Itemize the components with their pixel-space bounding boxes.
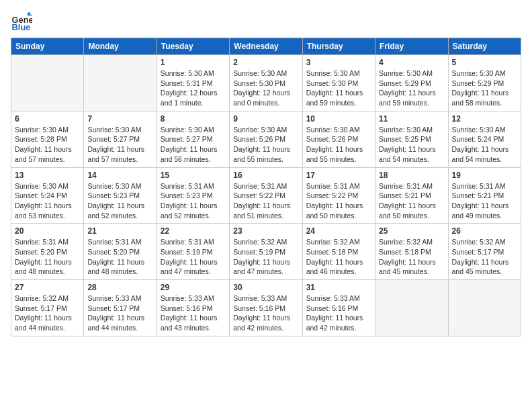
day-info: Sunrise: 5:31 AMSunset: 5:20 PMDaylight:… <box>87 237 152 277</box>
day-info: Sunrise: 5:30 AMSunset: 5:30 PMDaylight:… <box>233 68 298 108</box>
weekday-header-friday: Friday <box>375 38 448 55</box>
calendar-cell: 1Sunrise: 5:30 AMSunset: 5:31 PMDaylight… <box>157 55 229 111</box>
logo: General Blue <box>11 11 35 32</box>
day-info: Sunrise: 5:32 AMSunset: 5:19 PMDaylight:… <box>233 237 298 277</box>
weekday-header-sunday: Sunday <box>11 38 84 55</box>
weekday-header-thursday: Thursday <box>302 38 375 55</box>
day-info: Sunrise: 5:33 AMSunset: 5:16 PMDaylight:… <box>233 293 298 333</box>
calendar-cell: 19Sunrise: 5:31 AMSunset: 5:21 PMDayligh… <box>448 167 521 224</box>
weekday-header-saturday: Saturday <box>448 38 521 55</box>
day-info: Sunrise: 5:30 AMSunset: 5:27 PMDaylight:… <box>161 125 226 165</box>
calendar-week-row: 1Sunrise: 5:30 AMSunset: 5:31 PMDaylight… <box>11 55 521 111</box>
weekday-header-row: SundayMondayTuesdayWednesdayThursdayFrid… <box>11 38 521 55</box>
day-info: Sunrise: 5:33 AMSunset: 5:17 PMDaylight:… <box>87 293 152 333</box>
day-info: Sunrise: 5:30 AMSunset: 5:28 PMDaylight:… <box>15 125 80 165</box>
day-number: 5 <box>452 58 517 67</box>
calendar-cell: 11Sunrise: 5:30 AMSunset: 5:25 PMDayligh… <box>375 111 448 167</box>
day-info: Sunrise: 5:32 AMSunset: 5:18 PMDaylight:… <box>306 237 371 277</box>
calendar-cell: 28Sunrise: 5:33 AMSunset: 5:17 PMDayligh… <box>84 280 157 336</box>
day-number: 18 <box>379 171 444 180</box>
day-number: 28 <box>87 283 152 292</box>
calendar-cell: 14Sunrise: 5:30 AMSunset: 5:23 PMDayligh… <box>84 167 157 224</box>
day-info: Sunrise: 5:30 AMSunset: 5:31 PMDaylight:… <box>161 68 226 108</box>
day-number: 9 <box>233 114 298 124</box>
day-number: 12 <box>452 114 517 124</box>
calendar-cell: 24Sunrise: 5:32 AMSunset: 5:18 PMDayligh… <box>302 224 375 280</box>
calendar-cell: 23Sunrise: 5:32 AMSunset: 5:19 PMDayligh… <box>230 224 302 280</box>
day-info: Sunrise: 5:30 AMSunset: 5:30 PMDaylight:… <box>306 68 371 108</box>
calendar-cell <box>84 55 157 111</box>
day-number: 27 <box>15 283 80 292</box>
calendar-cell <box>11 55 84 111</box>
calendar-cell: 25Sunrise: 5:32 AMSunset: 5:18 PMDayligh… <box>375 224 448 280</box>
day-info: Sunrise: 5:30 AMSunset: 5:26 PMDaylight:… <box>233 125 298 165</box>
day-number: 26 <box>452 226 517 236</box>
calendar-cell: 2Sunrise: 5:30 AMSunset: 5:30 PMDaylight… <box>230 55 302 111</box>
page-header: General Blue <box>11 11 521 32</box>
day-info: Sunrise: 5:32 AMSunset: 5:17 PMDaylight:… <box>452 237 517 277</box>
day-info: Sunrise: 5:30 AMSunset: 5:29 PMDaylight:… <box>379 68 444 108</box>
day-number: 16 <box>233 171 298 180</box>
calendar-cell: 31Sunrise: 5:33 AMSunset: 5:16 PMDayligh… <box>302 280 375 336</box>
calendar-cell: 6Sunrise: 5:30 AMSunset: 5:28 PMDaylight… <box>11 111 84 167</box>
day-number: 22 <box>161 226 226 236</box>
day-info: Sunrise: 5:30 AMSunset: 5:26 PMDaylight:… <box>306 125 371 165</box>
day-number: 21 <box>87 226 152 236</box>
day-number: 31 <box>306 283 371 292</box>
day-info: Sunrise: 5:30 AMSunset: 5:23 PMDaylight:… <box>87 181 152 221</box>
day-info: Sunrise: 5:30 AMSunset: 5:29 PMDaylight:… <box>452 68 517 108</box>
calendar-cell: 15Sunrise: 5:31 AMSunset: 5:23 PMDayligh… <box>157 167 229 224</box>
day-info: Sunrise: 5:33 AMSunset: 5:16 PMDaylight:… <box>306 293 371 333</box>
day-info: Sunrise: 5:31 AMSunset: 5:22 PMDaylight:… <box>233 181 298 221</box>
day-number: 19 <box>452 171 517 180</box>
calendar-cell: 21Sunrise: 5:31 AMSunset: 5:20 PMDayligh… <box>84 224 157 280</box>
calendar-week-row: 20Sunrise: 5:31 AMSunset: 5:20 PMDayligh… <box>11 224 521 280</box>
day-info: Sunrise: 5:31 AMSunset: 5:20 PMDaylight:… <box>15 237 80 277</box>
calendar-week-row: 27Sunrise: 5:32 AMSunset: 5:17 PMDayligh… <box>11 280 521 336</box>
day-number: 3 <box>306 58 371 67</box>
day-number: 17 <box>306 171 371 180</box>
calendar-cell: 3Sunrise: 5:30 AMSunset: 5:30 PMDaylight… <box>302 55 375 111</box>
day-info: Sunrise: 5:31 AMSunset: 5:22 PMDaylight:… <box>306 181 371 221</box>
calendar-cell: 27Sunrise: 5:32 AMSunset: 5:17 PMDayligh… <box>11 280 84 336</box>
calendar-cell: 16Sunrise: 5:31 AMSunset: 5:22 PMDayligh… <box>230 167 302 224</box>
calendar-cell: 22Sunrise: 5:31 AMSunset: 5:19 PMDayligh… <box>157 224 229 280</box>
calendar-cell: 9Sunrise: 5:30 AMSunset: 5:26 PMDaylight… <box>230 111 302 167</box>
weekday-header-tuesday: Tuesday <box>157 38 229 55</box>
day-number: 20 <box>15 226 80 236</box>
calendar-cell: 29Sunrise: 5:33 AMSunset: 5:16 PMDayligh… <box>157 280 229 336</box>
day-number: 10 <box>306 114 371 124</box>
day-info: Sunrise: 5:31 AMSunset: 5:23 PMDaylight:… <box>161 181 226 221</box>
calendar-cell <box>375 280 448 336</box>
day-info: Sunrise: 5:32 AMSunset: 5:18 PMDaylight:… <box>379 237 444 277</box>
calendar-cell: 18Sunrise: 5:31 AMSunset: 5:21 PMDayligh… <box>375 167 448 224</box>
day-number: 11 <box>379 114 444 124</box>
svg-text:Blue: Blue <box>12 22 31 32</box>
day-number: 1 <box>161 58 226 67</box>
calendar-week-row: 6Sunrise: 5:30 AMSunset: 5:28 PMDaylight… <box>11 111 521 167</box>
day-number: 6 <box>15 114 80 124</box>
logo-icon: General Blue <box>11 11 32 32</box>
day-info: Sunrise: 5:30 AMSunset: 5:27 PMDaylight:… <box>87 125 152 165</box>
day-info: Sunrise: 5:30 AMSunset: 5:24 PMDaylight:… <box>452 125 517 165</box>
calendar-cell: 4Sunrise: 5:30 AMSunset: 5:29 PMDaylight… <box>375 55 448 111</box>
calendar-week-row: 13Sunrise: 5:30 AMSunset: 5:24 PMDayligh… <box>11 167 521 224</box>
day-number: 4 <box>379 58 444 67</box>
day-info: Sunrise: 5:30 AMSunset: 5:24 PMDaylight:… <box>15 181 80 221</box>
calendar-cell <box>448 280 521 336</box>
day-info: Sunrise: 5:31 AMSunset: 5:21 PMDaylight:… <box>379 181 444 221</box>
day-number: 14 <box>87 171 152 180</box>
day-info: Sunrise: 5:31 AMSunset: 5:21 PMDaylight:… <box>452 181 517 221</box>
day-number: 23 <box>233 226 298 236</box>
day-info: Sunrise: 5:33 AMSunset: 5:16 PMDaylight:… <box>161 293 226 333</box>
day-number: 8 <box>161 114 226 124</box>
weekday-header-wednesday: Wednesday <box>230 38 302 55</box>
calendar-table: SundayMondayTuesdayWednesdayThursdayFrid… <box>11 38 521 336</box>
calendar-cell: 5Sunrise: 5:30 AMSunset: 5:29 PMDaylight… <box>448 55 521 111</box>
day-number: 15 <box>161 171 226 180</box>
calendar-cell: 7Sunrise: 5:30 AMSunset: 5:27 PMDaylight… <box>84 111 157 167</box>
calendar-cell: 26Sunrise: 5:32 AMSunset: 5:17 PMDayligh… <box>448 224 521 280</box>
calendar-cell: 10Sunrise: 5:30 AMSunset: 5:26 PMDayligh… <box>302 111 375 167</box>
calendar-cell: 8Sunrise: 5:30 AMSunset: 5:27 PMDaylight… <box>157 111 229 167</box>
calendar-cell: 20Sunrise: 5:31 AMSunset: 5:20 PMDayligh… <box>11 224 84 280</box>
